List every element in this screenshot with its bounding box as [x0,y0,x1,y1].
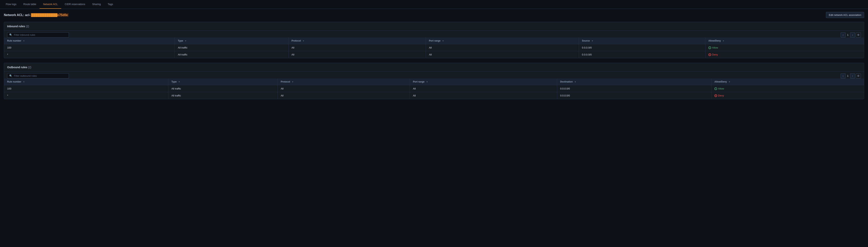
sort-icon: ▼ [722,40,724,42]
inbound-next-button[interactable]: › [850,32,855,37]
inbound-filter-wrap: 🔍 [7,32,69,37]
inbound-table-header-row: Rule number ▼ Type ▼ Protocol ▼ Port ran… [4,37,864,44]
inbound-cell-source: 0.0.0.0/0 [579,51,705,58]
inbound-cell-type: All traffic [175,44,288,51]
outbound-col-destination: Destination ▼ [557,79,711,85]
inbound-filter-row: 🔍 ‹ 1 › ⚙ [4,31,864,37]
page-title-prefix: Network ACL: acl- [4,13,30,17]
sort-icon: ▼ [728,81,731,83]
search-icon: 🔍 [9,33,12,36]
sort-icon: ▼ [426,81,428,83]
allow-label: Allow [712,46,718,49]
inbound-col-protocol: Protocol ▼ [288,37,426,44]
outbound-cell-port-range: All [410,92,557,99]
inbound-table-row: * All traffic All All 0.0.0.0/0 ✕ Deny [4,51,864,58]
outbound-col-protocol: Protocol ▼ [278,79,410,85]
inbound-col-port-range: Port range ▼ [426,37,579,44]
inbound-rules-header: Inbound rules (2) [4,22,864,31]
inbound-table-row: 100 All traffic All All 0.0.0.0/0 ✓ Allo… [4,44,864,51]
inbound-filter-input[interactable] [14,33,67,36]
outbound-rules-table: Rule number ▼ Type ▼ Protocol ▼ Port ran… [4,79,864,99]
tab-route-table[interactable]: Route table [20,0,40,9]
edit-network-acl-button[interactable]: Edit network ACL association [826,12,864,18]
outbound-filter-input[interactable] [14,75,67,77]
outbound-prev-button[interactable]: ‹ [841,74,846,79]
sort-icon: ▼ [292,81,294,83]
inbound-cell-protocol: All [288,44,426,51]
outbound-table-row: 100 All traffic All All 0.0.0.0/0 ✓ Allo… [4,85,864,92]
inbound-col-source: Source ▼ [579,37,705,44]
sort-icon: ▼ [303,40,305,42]
outbound-pagination: ‹ 1 › ⚙ [841,74,861,79]
outbound-cell-protocol: All [278,85,410,92]
outbound-filter-row: 🔍 ‹ 1 › ⚙ [4,72,864,79]
outbound-cell-port-range: All [410,85,557,92]
search-icon: 🔍 [9,75,12,77]
deny-label: Deny [718,94,724,97]
outbound-col-type: Type ▼ [168,79,278,85]
inbound-cell-type: All traffic [175,51,288,58]
outbound-cell-type: All traffic [168,92,278,99]
outbound-page-number: 1 [846,75,849,77]
sort-icon: ▼ [178,81,180,83]
inbound-cell-port-range: All [426,51,579,58]
inbound-cell-allow-deny: ✓ Allow [705,44,864,51]
outbound-rules-header: Outbound rules (2) [4,63,864,72]
outbound-filter-wrap: 🔍 [7,73,69,79]
outbound-rules-section: Outbound rules (2) 🔍 ‹ 1 › ⚙ Rule number [4,63,864,99]
inbound-prev-button[interactable]: ‹ [841,32,846,37]
outbound-rules-count: (2) [28,66,31,69]
outbound-next-button[interactable]: › [850,74,855,79]
inbound-rules-table: Rule number ▼ Type ▼ Protocol ▼ Port ran… [4,37,864,58]
inbound-rules-title: Inbound rules [7,25,25,28]
inbound-page-number: 1 [846,33,849,36]
inbound-cell-port-range: All [426,44,579,51]
outbound-cell-rule-number: 100 [4,85,168,92]
inbound-col-rule-number: Rule number ▼ [4,37,175,44]
tab-network-acl[interactable]: Network ACL [39,0,61,9]
tab-tags[interactable]: Tags [104,0,116,9]
page-title-row: Network ACL: acl-████████████e75d0e Edit… [4,12,864,18]
outbound-cell-allow-deny: ✕ Deny [711,92,864,99]
sort-icon: ▼ [442,40,444,42]
outbound-cell-protocol: All [278,92,410,99]
outbound-rules-title: Outbound rules [7,66,27,69]
sort-icon: ▼ [591,40,593,42]
outbound-col-allow-deny: Allow/Deny ▼ [711,79,864,85]
outbound-col-rule-number: Rule number ▼ [4,79,168,85]
sort-icon: ▼ [185,40,187,42]
tab-flow-logs[interactable]: Flow logs [2,0,20,9]
inbound-cell-rule-number: 100 [4,44,175,51]
outbound-cell-rule-number: * [4,92,168,99]
outbound-col-port-range: Port range ▼ [410,79,557,85]
outbound-table-header-row: Rule number ▼ Type ▼ Protocol ▼ Port ran… [4,79,864,85]
inbound-cell-protocol: All [288,51,426,58]
page-title: Network ACL: acl-████████████e75d0e [4,13,69,17]
inbound-col-type: Type ▼ [175,37,288,44]
outbound-cell-destination: 0.0.0.0/0 [557,92,711,99]
deny-label: Deny [712,53,718,56]
inbound-settings-button[interactable]: ⚙ [856,32,861,37]
outbound-table-row: * All traffic All All 0.0.0.0/0 ✕ Deny [4,92,864,99]
sort-icon: ▼ [574,81,576,83]
allow-icon: ✓ [714,87,717,90]
tab-sharing[interactable]: Sharing [89,0,104,9]
inbound-rules-section: Inbound rules (2) 🔍 ‹ 1 › ⚙ Rule number [4,22,864,58]
acl-id: ████████████e75d0e [30,13,68,17]
outbound-cell-allow-deny: ✓ Allow [711,85,864,92]
inbound-cell-source: 0.0.0.0/0 [579,44,705,51]
page-content: Network ACL: acl-████████████e75d0e Edit… [0,9,868,107]
tab-cidr-reservations[interactable]: CIDR reservations [61,0,89,9]
allow-label: Allow [718,87,724,90]
deny-icon: ✕ [714,94,717,97]
outbound-cell-destination: 0.0.0.0/0 [557,85,711,92]
inbound-cell-allow-deny: ✕ Deny [705,51,864,58]
outbound-settings-button[interactable]: ⚙ [856,74,861,79]
inbound-rules-count: (2) [26,25,29,28]
top-nav: Flow logs Route table Network ACL CIDR r… [0,0,868,9]
sort-icon: ▼ [23,81,25,83]
outbound-cell-type: All traffic [168,85,278,92]
inbound-pagination: ‹ 1 › ⚙ [841,32,861,37]
inbound-col-allow-deny: Allow/Deny ▼ [705,37,864,44]
sort-icon: ▼ [23,40,25,42]
